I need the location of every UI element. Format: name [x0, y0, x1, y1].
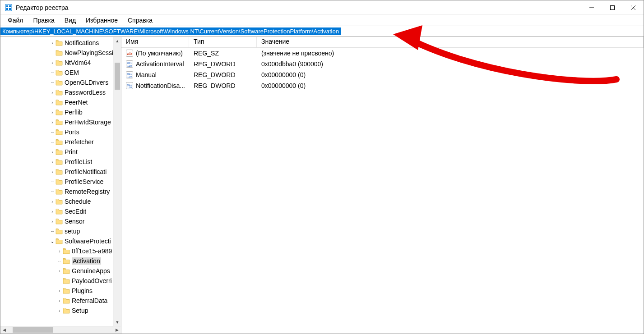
chevron-right-icon[interactable]: ›: [49, 199, 56, 204]
tree-item-label: SoftwareProtecti: [65, 238, 111, 245]
chevron-right-icon[interactable]: ›: [56, 298, 63, 303]
tree-item-label: PeerNet: [65, 99, 88, 106]
tree-item[interactable]: Prefetcher: [0, 137, 121, 147]
tree-item[interactable]: PayloadOverri: [0, 276, 121, 286]
address-bar[interactable]: Компьютер\HKEY_LOCAL_MACHINE\SOFTWARE\Mi…: [0, 26, 644, 37]
value-name: Manual: [136, 71, 157, 78]
folder-icon: [56, 40, 63, 46]
scroll-thumb[interactable]: [13, 327, 53, 333]
tree-item-label: Setup: [72, 307, 88, 314]
folder-icon: [56, 198, 63, 205]
scroll-up-icon[interactable]: ▲: [114, 37, 121, 45]
scroll-thumb[interactable]: [115, 63, 120, 90]
tree-item[interactable]: ›Schedule: [0, 197, 121, 206]
tree-horizontal-scrollbar[interactable]: ◀ ▶: [0, 326, 121, 334]
chevron-right-icon[interactable]: ›: [49, 169, 56, 174]
tree-view[interactable]: ›NotificationsNowPlayingSessi›NtVdm64OEM…: [0, 37, 121, 326]
values-list[interactable]: ab(По умолчанию)REG_SZ(значение не присв…: [121, 48, 644, 91]
tree-item-label: ProfileList: [65, 158, 92, 165]
scroll-right-icon[interactable]: ▶: [113, 326, 121, 334]
folder-icon: [56, 159, 63, 165]
menu-favorites[interactable]: Избранное: [81, 16, 122, 25]
tree-item[interactable]: ›SecEdit: [0, 206, 121, 216]
folder-icon: [63, 288, 70, 294]
scroll-down-icon[interactable]: ▼: [114, 318, 121, 326]
folder-icon: [56, 178, 63, 185]
chevron-right-icon[interactable]: ›: [49, 100, 56, 105]
minimize-button[interactable]: [581, 0, 602, 15]
chevron-right-icon[interactable]: ›: [49, 120, 56, 125]
tree-item[interactable]: ›Setup: [0, 306, 121, 316]
tree-item[interactable]: OpenGLDrivers: [0, 78, 121, 87]
menu-view[interactable]: Вид: [60, 16, 80, 25]
tree-item[interactable]: Activation: [0, 256, 121, 266]
tree-item[interactable]: ›Perflib: [0, 107, 121, 117]
tree-item[interactable]: ›Plugins: [0, 286, 121, 296]
tree-item[interactable]: ›Print: [0, 147, 121, 157]
tree-item[interactable]: ›ProfileList: [0, 157, 121, 167]
chevron-right-icon[interactable]: ›: [49, 150, 56, 155]
chevron-right-icon[interactable]: ›: [56, 308, 63, 313]
svg-text:110: 110: [127, 75, 132, 78]
folder-icon: [56, 109, 63, 115]
chevron-right-icon[interactable]: ›: [56, 288, 63, 293]
tree-item[interactable]: ›PeerNet: [0, 97, 121, 107]
chevron-right-icon[interactable]: ›: [49, 41, 56, 46]
menu-edit[interactable]: Правка: [28, 16, 59, 25]
column-data[interactable]: Значение: [257, 37, 644, 47]
app-icon: [5, 4, 12, 11]
chevron-right-icon[interactable]: ›: [49, 110, 56, 115]
tree-item[interactable]: ›ProfileNotificati: [0, 167, 121, 177]
column-type[interactable]: Тип: [189, 37, 257, 47]
tree-item-label: RemoteRegistry: [65, 188, 110, 195]
svg-rect-6: [611, 5, 615, 9]
column-name[interactable]: Имя: [121, 37, 189, 47]
maximize-button[interactable]: [602, 0, 623, 15]
tree-item[interactable]: ProfileService: [0, 177, 121, 187]
value-row[interactable]: 011110ActivationIntervalREG_DWORD0x000db…: [121, 59, 644, 69]
tree-item[interactable]: NowPlayingSessi: [0, 48, 121, 58]
value-row[interactable]: ab(По умолчанию)REG_SZ(значение не присв…: [121, 48, 644, 59]
svg-rect-3: [6, 8, 8, 10]
tree-vertical-scrollbar[interactable]: ▲ ▼: [113, 37, 121, 326]
folder-icon: [63, 268, 70, 274]
tree-item[interactable]: RemoteRegistry: [0, 187, 121, 197]
chevron-right-icon[interactable]: ›: [49, 160, 56, 165]
tree-item[interactable]: ›PerHwIdStorage: [0, 117, 121, 127]
value-row[interactable]: 011110NotificationDisa...REG_DWORD0x0000…: [121, 80, 644, 91]
close-button[interactable]: [623, 0, 644, 15]
scroll-track[interactable]: [8, 326, 113, 334]
chevron-right-icon[interactable]: ›: [49, 60, 56, 65]
chevron-right-icon[interactable]: ›: [56, 249, 63, 254]
svg-text:110: 110: [127, 86, 132, 89]
menu-file[interactable]: Файл: [3, 16, 28, 25]
tree-item[interactable]: Ports: [0, 127, 121, 137]
menu-help[interactable]: Справка: [123, 16, 157, 25]
chevron-down-icon[interactable]: ⌄: [49, 239, 56, 244]
chevron-right-icon[interactable]: ›: [49, 209, 56, 214]
address-path[interactable]: Компьютер\HKEY_LOCAL_MACHINE\SOFTWARE\Mi…: [0, 27, 341, 35]
tree-item[interactable]: ›ReferralData: [0, 296, 121, 306]
tree-item[interactable]: setup: [0, 226, 121, 236]
scroll-track[interactable]: [114, 45, 121, 318]
tree-item[interactable]: ›NtVdm64: [0, 58, 121, 68]
tree-item-label: SecEdit: [65, 208, 86, 215]
value-data: 0x00000000 (0): [257, 82, 644, 89]
tree-item[interactable]: OEM: [0, 68, 121, 78]
tree-item[interactable]: ›GenuineApps: [0, 266, 121, 276]
chevron-right-icon[interactable]: ›: [49, 90, 56, 95]
tree-item[interactable]: ⌄SoftwareProtecti: [0, 236, 121, 246]
tree-item-label: PasswordLess: [65, 89, 106, 96]
chevron-right-icon[interactable]: ›: [49, 219, 56, 224]
tree-item[interactable]: ›0ff1ce15-a989: [0, 246, 121, 256]
tree-item[interactable]: ›PasswordLess: [0, 87, 121, 97]
tree-item[interactable]: ›Sensor: [0, 216, 121, 226]
scroll-left-icon[interactable]: ◀: [0, 326, 8, 334]
value-row[interactable]: 011110ManualREG_DWORD0x00000000 (0): [121, 69, 644, 80]
chevron-right-icon[interactable]: ›: [56, 269, 63, 274]
dword-value-icon: 011110: [126, 82, 133, 89]
folder-icon: [56, 50, 63, 56]
tree-item[interactable]: ›Notifications: [0, 38, 121, 48]
folder-icon: [56, 208, 63, 215]
folder-icon: [63, 297, 70, 304]
